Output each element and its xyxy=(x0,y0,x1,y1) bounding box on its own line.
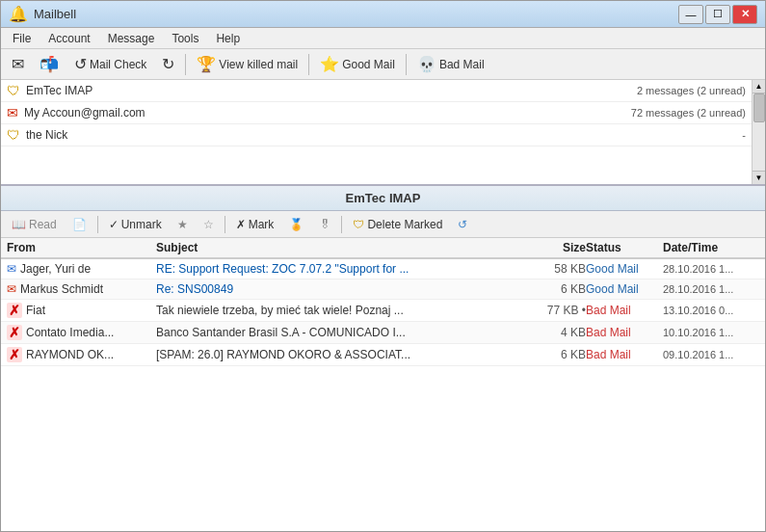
bad-mail-label: Bad Mail xyxy=(439,58,485,71)
account-name-emtec: EmTec IMAP xyxy=(26,84,637,97)
email-date-0: 28.10.2016 1... xyxy=(663,263,759,275)
medal-button-2[interactable]: 🎖 xyxy=(312,215,337,234)
menu-tools[interactable]: Tools xyxy=(164,30,206,47)
accounts-scrollbar[interactable]: ▲ ▼ xyxy=(752,80,765,184)
refresh-button[interactable]: ↻ xyxy=(155,51,181,77)
accounts-panel: 🛡 EmTec IMAP 2 messages (2 unread) ✉ My … xyxy=(1,80,765,186)
refresh2-icon: ↻ xyxy=(162,55,174,73)
account-shield-icon-emtec: 🛡 xyxy=(7,83,20,98)
star-button-1[interactable]: ★ xyxy=(171,215,195,234)
medal-button-1[interactable]: 🏅 xyxy=(282,215,310,234)
account-count-emtec: 2 messages (2 unread) xyxy=(637,85,746,96)
close-button[interactable]: ✕ xyxy=(732,5,757,24)
emails-section-header: EmTec IMAP xyxy=(1,186,765,211)
email-from-4: ✗ RAYMOND OK... xyxy=(7,347,156,362)
email-status-2: Bad Mail xyxy=(586,304,663,317)
menu-file[interactable]: File xyxy=(5,30,39,47)
shield-delete-icon: 🛡 xyxy=(353,218,364,231)
email-toolbar: 📖 Read 📄 ✓ Unmark ★ ☆ ✗ Mark xyxy=(1,211,765,238)
maximize-button[interactable]: ☐ xyxy=(705,5,730,24)
email-size-1: 6 KB xyxy=(528,282,586,296)
check-mail-button[interactable]: 📬 xyxy=(33,51,66,77)
scroll-thumb[interactable] xyxy=(753,93,765,122)
col-header-status: Status xyxy=(586,241,663,254)
empty-star-icon: ☆ xyxy=(203,218,214,231)
col-header-subject: Subject xyxy=(156,241,528,254)
star-button-2[interactable]: ☆ xyxy=(197,215,221,234)
star-icon: ⭐ xyxy=(320,55,339,73)
envelope-icon-0: ✉ xyxy=(7,262,16,276)
scroll-up-arrow[interactable]: ▲ xyxy=(753,80,765,93)
account-count-nick: - xyxy=(742,129,746,141)
unmark-button[interactable]: ✓ Unmark xyxy=(102,215,169,234)
view-killed-label: View killed mail xyxy=(219,58,298,71)
menu-bar: File Account Message Tools Help xyxy=(1,28,765,49)
read-button[interactable]: 📖 Read xyxy=(5,215,64,234)
delete-marked-button[interactable]: 🛡 Delete Marked xyxy=(346,215,449,234)
email-subject-2: Tak niewiele trzeba, by mieć tak wiele! … xyxy=(156,304,528,317)
email-date-4: 09.10.2016 1... xyxy=(663,349,759,360)
scroll-down-arrow[interactable]: ▼ xyxy=(753,171,765,184)
email-size-4: 6 KB xyxy=(528,348,586,361)
email-date-1: 28.10.2016 1... xyxy=(663,283,759,295)
email-row-2[interactable]: ✗ Fiat Tak niewiele trzeba, by mieć tak … xyxy=(1,300,765,322)
unmark-label: Unmark xyxy=(121,218,162,231)
toolbar-separator-2 xyxy=(308,54,309,75)
view-killed-button[interactable]: 🏆 View killed mail xyxy=(190,51,304,77)
medal-icon-2: 🎖 xyxy=(319,218,330,231)
x-icon-3: ✗ xyxy=(7,325,22,340)
account-count-gmail: 72 messages (2 unread) xyxy=(631,107,746,119)
envelope-icon-1: ✉ xyxy=(7,282,16,296)
read-label: Read xyxy=(29,218,57,231)
email-row-3[interactable]: ✗ Contato Imedia... Banco Santander Bras… xyxy=(1,322,765,344)
read-icon: 📖 xyxy=(12,218,26,231)
email-row-0[interactable]: ✉ Jager, Yuri de RE: Support Request: ZO… xyxy=(1,259,765,279)
skull-icon: 💀 xyxy=(417,55,436,73)
title-bar-left: 🔔 Mailbell xyxy=(9,5,76,23)
scroll-track xyxy=(753,93,765,171)
email-subject-0: RE: Support Request: ZOC 7.07.2 "Support… xyxy=(156,262,528,276)
trophy-icon: 🏆 xyxy=(197,55,216,73)
toolbar-separator-1 xyxy=(185,54,186,75)
email-list: From Subject Size Status Date/Time ✉ Jag… xyxy=(1,238,765,531)
email-row-4[interactable]: ✗ RAYMOND OK... [SPAM: 26.0] RAYMOND OKO… xyxy=(1,344,765,366)
mail-check-button[interactable]: ↺ Mail Check xyxy=(67,51,153,77)
email-status-0: Good Mail xyxy=(586,262,663,276)
email-subject-3: Banco Santander Brasil S.A - COMUNICADO … xyxy=(156,326,528,339)
good-mail-button[interactable]: ⭐ Good Mail xyxy=(313,51,402,77)
email-from-2: ✗ Fiat xyxy=(7,303,156,318)
x-icon-4: ✗ xyxy=(7,347,22,362)
window-controls: — ☐ ✕ xyxy=(678,5,757,24)
email-toolbar-sep-3 xyxy=(341,216,342,233)
mark-button[interactable]: ✗ Mark xyxy=(229,215,281,234)
filled-star-icon: ★ xyxy=(177,218,188,231)
email-refresh-button[interactable]: ↺ xyxy=(451,215,474,234)
main-toolbar: ✉ 📬 ↺ Mail Check ↻ 🏆 View killed mail ⭐ … xyxy=(1,49,765,80)
title-bar: 🔔 Mailbell — ☐ ✕ xyxy=(1,1,765,28)
email-status-4: Bad Mail xyxy=(586,348,663,361)
email-from-3: ✗ Contato Imedia... xyxy=(7,325,156,340)
email-date-3: 10.10.2016 1... xyxy=(663,327,759,338)
good-mail-label: Good Mail xyxy=(342,58,395,71)
email-date-2: 13.10.2016 0... xyxy=(663,305,759,316)
menu-message[interactable]: Message xyxy=(100,30,163,47)
email-from-0: ✉ Jager, Yuri de xyxy=(7,262,156,276)
account-row-emtec[interactable]: 🛡 EmTec IMAP 2 messages (2 unread) xyxy=(1,80,752,102)
email-size-3: 4 KB xyxy=(528,326,586,339)
email-size-0: 58 KB xyxy=(528,262,586,276)
view-button[interactable]: 📄 xyxy=(66,215,93,234)
window-title: Mailbell xyxy=(34,7,76,21)
toolbar-separator-3 xyxy=(406,54,407,75)
menu-account[interactable]: Account xyxy=(40,30,97,47)
menu-help[interactable]: Help xyxy=(208,30,248,47)
check-mail-icon: 📬 xyxy=(40,55,59,73)
mark-label: Mark xyxy=(249,218,275,231)
account-row-nick[interactable]: 🛡 the Nick - xyxy=(1,124,752,146)
new-mail-icon: ✉ xyxy=(12,55,24,73)
email-row-1[interactable]: ✉ Markus Schmidt Re: SNS00849 6 KB Good … xyxy=(1,279,765,300)
new-mail-button[interactable]: ✉ xyxy=(5,51,31,77)
minimize-button[interactable]: — xyxy=(678,5,703,24)
account-row-gmail[interactable]: ✉ My Accoun@gmail.com 72 messages (2 unr… xyxy=(1,102,752,124)
bad-mail-button[interactable]: 💀 Bad Mail xyxy=(410,51,491,77)
email-list-header: From Subject Size Status Date/Time xyxy=(1,238,765,259)
